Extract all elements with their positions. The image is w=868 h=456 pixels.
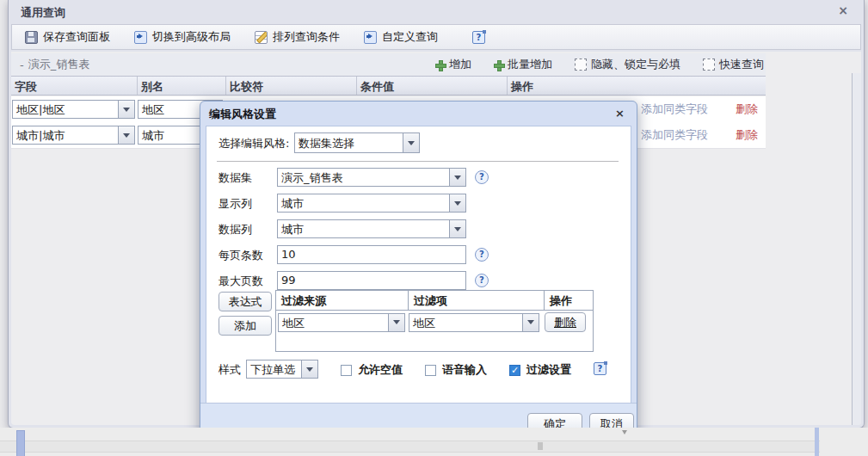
conditions-table-header: 字段 别名 比较符 条件值 操作 [11, 76, 766, 96]
filter-settings-checkbox[interactable]: ✓ [509, 365, 520, 376]
add-button[interactable]: 增加 [435, 57, 471, 72]
voice-input-label: 语音输入 [442, 362, 487, 378]
plus-icon [494, 60, 503, 70]
toolbar-help-icon[interactable]: ? [472, 31, 485, 44]
chevron-down-icon[interactable] [118, 126, 134, 144]
scroll-arrow-icon[interactable] [622, 430, 627, 437]
field-select-value: 地区|地区 [13, 101, 118, 118]
chevron-down-icon[interactable] [403, 133, 419, 152]
window-titlebar: 通用查询 × [9, 0, 864, 24]
filter-table: 过滤来源 过滤项 操作 地区 地区 删除 [275, 290, 594, 352]
filter-add-button[interactable]: 添加 [219, 316, 272, 336]
help-icon[interactable]: ? [475, 274, 489, 287]
allow-null-checkbox[interactable] [341, 365, 352, 376]
voice-input-checkbox[interactable] [425, 365, 436, 376]
filter-item-select[interactable]: 地区 [409, 313, 539, 332]
chevron-down-icon[interactable] [449, 220, 465, 237]
dataset-field-label: 数据集 [219, 170, 252, 186]
scrollbar-thumb[interactable] [538, 442, 543, 450]
add-same-field-link[interactable]: 添加同类字段 [641, 127, 708, 143]
page-bottom-area [0, 428, 868, 456]
dataset-select[interactable]: 演示_销售表 [277, 168, 466, 187]
arrange-conditions-button[interactable]: 排列查询条件 [255, 29, 340, 45]
switch-advanced-layout-button[interactable]: 切换到高级布局 [134, 29, 231, 45]
field-select[interactable]: 城市|城市 [12, 126, 135, 145]
dataset-section-header: - 演示_销售表 增加 批量增加 隐藏、锁定与必填 快速查询 [11, 53, 766, 76]
page-size-input[interactable]: 10 [277, 245, 466, 264]
window-title: 通用查询 [21, 5, 65, 21]
style-select-value: 下拉单选 [247, 360, 301, 378]
data-column-select[interactable]: 城市 [277, 219, 466, 238]
save-icon [25, 31, 38, 44]
custom-query-button[interactable]: 自定义查询 [364, 29, 438, 45]
filter-delete-button[interactable]: 删除 [545, 312, 586, 332]
vertical-scrollbar[interactable] [852, 73, 861, 425]
filter-table-header: 过滤来源 过滤项 操作 [276, 291, 593, 311]
expression-button[interactable]: 表达式 [219, 292, 272, 311]
filter-item-value: 地区 [409, 314, 522, 331]
edit-style-select[interactable]: 数据集选择 [294, 132, 420, 153]
field-select[interactable]: 地区|地区 [12, 100, 135, 119]
quick-query-button[interactable]: 快速查询 [703, 57, 764, 72]
filter-item-header: 过滤项 [409, 291, 545, 310]
allow-null-option: 允许空值 [341, 362, 403, 378]
background-scrollbar [16, 430, 25, 456]
style-select[interactable]: 下拉单选 [246, 360, 318, 379]
help-icon[interactable]: ? [475, 248, 489, 262]
dialog-close-icon[interactable]: × [613, 108, 626, 120]
display-column-label: 显示列 [219, 196, 252, 212]
custom-query-label: 自定义查询 [382, 29, 438, 45]
style-select-label: 选择编辑风格: [219, 136, 289, 151]
chevron-down-icon[interactable] [118, 101, 134, 118]
chevron-down-icon[interactable] [449, 169, 465, 186]
save-query-panel-button[interactable]: 保存查询面板 [25, 29, 110, 45]
max-pages-input[interactable]: 99 [277, 271, 466, 290]
collapse-toggle[interactable]: - [20, 59, 24, 71]
add-label: 增加 [449, 57, 471, 72]
column-header-operation: 操作 [508, 77, 764, 95]
add-same-field-link[interactable]: 添加同类字段 [641, 102, 708, 117]
arrange-conditions-icon [255, 31, 268, 44]
style-help-icon[interactable]: ? [594, 362, 606, 375]
filter-operation-header: 操作 [545, 291, 593, 310]
filter-settings-option: ✓ 过滤设置 [509, 362, 571, 378]
dataset-name: 演示_销售表 [28, 57, 90, 72]
plus-icon [435, 60, 445, 70]
section-actions: 增加 批量增加 隐藏、锁定与必填 快速查询 [435, 57, 766, 72]
chevron-down-icon[interactable] [388, 314, 404, 331]
horizontal-scrollbar[interactable] [0, 441, 820, 453]
column-header-comparator: 比较符 [226, 77, 357, 95]
chevron-down-icon[interactable] [522, 314, 539, 331]
filter-source-select[interactable]: 地区 [278, 313, 405, 332]
help-icon[interactable]: ? [475, 170, 489, 184]
edit-style-value: 数据集选择 [295, 133, 403, 152]
window-close-icon[interactable]: × [836, 4, 850, 18]
dashed-box-icon [575, 59, 587, 71]
voice-input-option: 语音输入 [425, 362, 487, 378]
hide-lock-required-button[interactable]: 隐藏、锁定与必填 [575, 57, 680, 72]
column-header-alias: 别名 [138, 77, 226, 95]
divider [217, 161, 619, 162]
field-select-value: 城市|城市 [13, 126, 118, 144]
quick-query-label: 快速查询 [719, 57, 764, 72]
arrange-conditions-label: 排列查询条件 [273, 29, 340, 45]
switch-layout-icon [134, 31, 147, 44]
chevron-down-icon[interactable] [449, 194, 465, 212]
batch-add-label: 批量增加 [508, 57, 552, 72]
column-header-field: 字段 [11, 77, 138, 95]
edit-style-dialog: 编辑风格设置 × 选择编辑风格: 数据集选择 数据集 演示_销售表 ? 显示列 … [200, 101, 637, 440]
background-window-edge [815, 428, 819, 456]
switch-layout-label: 切换到高级布局 [152, 29, 231, 45]
delete-link[interactable]: 删除 [736, 102, 758, 117]
toolbar: 保存查询面板 切换到高级布局 排列查询条件 自定义查询 ? [11, 24, 861, 50]
custom-query-icon [364, 31, 377, 44]
filter-source-value: 地区 [279, 314, 388, 331]
hide-lock-required-label: 隐藏、锁定与必填 [591, 57, 680, 72]
chevron-down-icon[interactable] [301, 360, 317, 378]
data-column-value: 城市 [278, 220, 449, 237]
batch-add-button[interactable]: 批量增加 [494, 57, 552, 72]
filter-source-header: 过滤来源 [276, 291, 409, 310]
filter-settings-label: 过滤设置 [526, 362, 571, 378]
delete-link[interactable]: 删除 [736, 127, 758, 143]
display-column-select[interactable]: 城市 [277, 194, 466, 213]
